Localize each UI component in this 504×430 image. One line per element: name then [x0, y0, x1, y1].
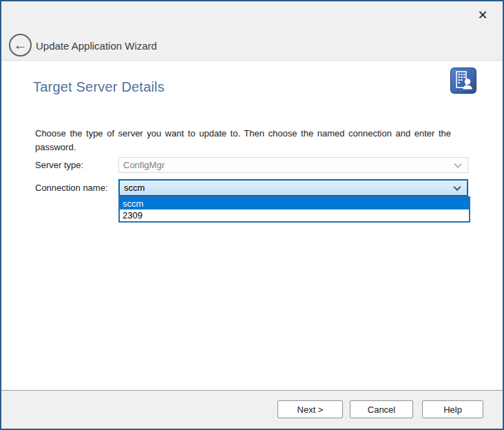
page-description: Choose the type of server you want to up… [35, 127, 451, 154]
back-arrow-icon: ← [14, 38, 28, 52]
connection-dropdown-list: sccm 2309 [118, 196, 470, 223]
dropdown-option-sccm[interactable]: sccm [120, 198, 469, 209]
wizard-window: ✕ ← Update Application Wizard Target Ser… [0, 0, 504, 430]
chevron-down-icon [453, 183, 461, 190]
connection-name-value: sccm [124, 183, 145, 193]
cancel-button[interactable]: Cancel [350, 400, 413, 418]
wizard-content [1, 61, 503, 390]
page-title: Target Server Details [33, 79, 165, 95]
application-user-icon [450, 68, 476, 94]
server-type-dropdown[interactable]: ConfigMgr [118, 157, 468, 173]
back-button[interactable]: ← [9, 34, 32, 57]
next-button[interactable]: Next > [277, 400, 343, 418]
connection-name-dropdown[interactable]: sccm [118, 179, 468, 196]
help-button[interactable]: Help [422, 400, 483, 418]
wizard-title: Update Application Wizard [36, 40, 157, 52]
wizard-header: ✕ ← Update Application Wizard [1, 1, 503, 61]
dropdown-option-2309[interactable]: 2309 [120, 209, 469, 221]
connection-name-label: Connection name: [35, 183, 108, 193]
server-type-label: Server type: [35, 160, 83, 170]
close-icon[interactable]: ✕ [474, 6, 492, 24]
chevron-down-icon [454, 160, 461, 167]
server-type-value: ConfigMgr [123, 160, 165, 170]
